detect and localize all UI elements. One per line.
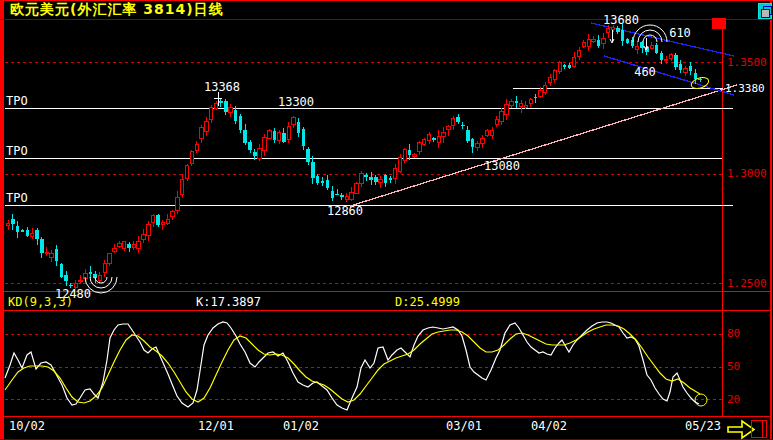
candle-body-down [239, 116, 242, 130]
candle-body-down [408, 150, 411, 156]
candle-body-up [152, 216, 155, 223]
candle-body-down [282, 133, 285, 142]
date-axis-label: 04/02 [531, 420, 567, 433]
candle-body-up [485, 131, 488, 135]
candle-body-up [210, 108, 213, 120]
candle-body-up [103, 264, 106, 272]
candle-body-up [113, 248, 116, 251]
candle-body-down [655, 45, 658, 53]
candle-body-down [389, 178, 392, 180]
candle-body-up [452, 119, 455, 126]
candle-body-down [466, 130, 469, 141]
candle-body-up [636, 46, 639, 49]
restore-window-icon[interactable] [758, 3, 772, 19]
candle-body-down [224, 101, 227, 112]
kd-k-line [5, 322, 699, 410]
candle-body-down [156, 215, 159, 224]
candle-body-down [89, 272, 92, 274]
candle-body-down [698, 79, 701, 81]
candle-body-up [98, 276, 101, 281]
chart-annotation-label: 610 [669, 27, 691, 40]
candle-body-down [631, 40, 634, 46]
candle-body-down [311, 162, 314, 178]
candle-body-up [137, 242, 140, 249]
candle-body-up [611, 28, 614, 30]
scroll-right-arrow[interactable] [728, 421, 754, 438]
chart-annotation-label: 13080 [484, 160, 520, 173]
tpo-level-label: TPO [6, 95, 28, 108]
candle-body-down [616, 28, 619, 32]
candle-body-down [273, 131, 276, 140]
candle-body-up [292, 118, 295, 125]
pink-uptrend [350, 85, 737, 206]
price-axis-label: 1.3380 [725, 82, 765, 95]
candle-body-down [297, 122, 300, 133]
candle-body-down [340, 195, 343, 198]
candle-body-down [321, 181, 324, 183]
kd-axis-label: 80 [727, 327, 740, 340]
candle-body-down [660, 53, 663, 59]
candle-body-down [534, 97, 537, 99]
candle-body-up [171, 212, 174, 217]
date-axis-label: 03/01 [446, 420, 482, 433]
candle-body-up [350, 193, 353, 200]
candle-body-down [432, 138, 435, 140]
candle-body-down [568, 65, 571, 67]
candle-body-up [132, 245, 135, 248]
candle-body-down [60, 264, 63, 276]
candle-body-down [64, 275, 67, 281]
candle-body-up [195, 144, 198, 151]
candle-body-up [287, 126, 290, 140]
candle-body-down [374, 177, 377, 182]
candle-body-up [529, 100, 532, 103]
candle-body-up [79, 280, 82, 282]
candle-body-up [413, 155, 416, 157]
candle-body-down [11, 219, 14, 224]
chart-annotation-label: 12480 [55, 288, 91, 301]
candle-body-up [587, 40, 590, 47]
candle-body-up [505, 104, 508, 115]
candle-body-up [437, 136, 440, 142]
candle-body-down [640, 42, 643, 47]
date-axis-label: 05/23 [685, 420, 721, 433]
candle-body-up [476, 143, 479, 148]
candle-body-up [394, 168, 397, 178]
candle-body-down [597, 40, 600, 46]
candle-body-up [379, 180, 382, 183]
candle-body-up [553, 71, 556, 80]
candle-body-down [21, 230, 24, 232]
kd-k-value: K:17.3897 [196, 295, 261, 309]
kd-d-value: D:25.4999 [395, 295, 460, 309]
candle-body-down [127, 244, 130, 248]
candle-body-up [277, 133, 280, 141]
candle-body-down [248, 142, 251, 150]
candle-body-down [461, 125, 464, 127]
candle-body-up [665, 59, 668, 61]
chart-canvas[interactable] [0, 0, 773, 440]
candle-body-down [243, 130, 246, 143]
candle-body-up [147, 224, 150, 235]
candle-body-up [181, 179, 184, 194]
candle-body-up [500, 112, 503, 121]
candle-body-down [679, 64, 682, 70]
candle-body-up [602, 38, 605, 44]
candle-body-down [316, 176, 319, 183]
candle-body-up [519, 103, 522, 106]
candle-body-up [592, 40, 595, 42]
candle-body-up [577, 50, 580, 56]
candle-body-up [447, 127, 450, 130]
candle-body-up [6, 224, 9, 226]
candle-body-down [674, 55, 677, 66]
candle-body-up [558, 62, 561, 71]
candle-body-up [355, 183, 358, 193]
candle-body-up [427, 135, 430, 140]
candle-body-up [200, 127, 203, 138]
candle-body-down [35, 230, 38, 239]
candle-body-up [524, 106, 527, 108]
candle-body-up [442, 132, 445, 136]
candle-body-up [544, 85, 547, 92]
red-square-marker [712, 18, 726, 29]
date-axis-label: 12/01 [198, 420, 234, 433]
candle-body-down [471, 139, 474, 147]
kd-axis-label: 20 [727, 393, 740, 406]
